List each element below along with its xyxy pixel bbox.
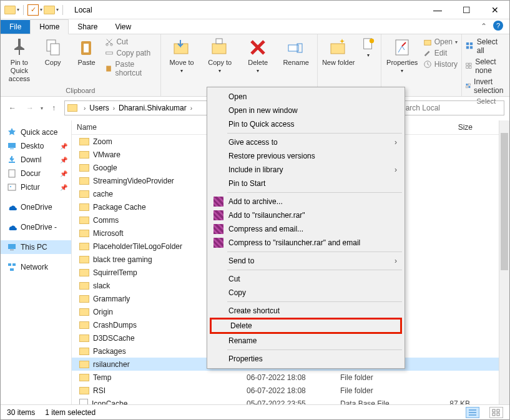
file-name: rsilauncher [93, 360, 130, 369]
minimize-button[interactable]: — [423, 1, 452, 19]
ctx-send-to[interactable]: Send to› [210, 254, 402, 268]
qat-properties-icon[interactable]: ✓ [27, 4, 39, 16]
help-icon[interactable]: ? [493, 21, 503, 31]
file-name: Microsoft [93, 229, 124, 238]
paste-button[interactable]: Paste [72, 36, 102, 67]
pin-to-quick-access-button[interactable]: Pin to Quick access [4, 36, 34, 84]
breadcrumb-item[interactable]: Dharani.Shivakumar [119, 104, 187, 112]
winrar-icon [213, 210, 223, 220]
ctx-pin-quick[interactable]: Pin to Quick access [210, 117, 402, 131]
nav-onedrive2[interactable]: OneDrive - [1, 220, 71, 234]
folder-icon [79, 269, 89, 276]
table-row[interactable]: Temp06-07-2022 18:08File folder [72, 371, 509, 384]
select-none-button[interactable]: Select none [466, 56, 506, 76]
nav-desktop[interactable]: Deskto📌 [1, 139, 71, 153]
ctx-include-library[interactable]: Include in library› [210, 163, 402, 177]
copy-to-button[interactable]: Copy to▾ [203, 36, 237, 74]
file-name: Temp [93, 373, 111, 382]
close-button[interactable]: ✕ [481, 1, 509, 19]
folder-icon [79, 190, 89, 198]
svg-rect-33 [10, 149, 14, 149]
ctx-pin-start[interactable]: Pin to Start [210, 177, 402, 190]
ctx-rename[interactable]: Rename [210, 334, 402, 348]
nav-onedrive[interactable]: OneDrive [1, 200, 71, 214]
svg-rect-37 [8, 244, 16, 249]
pin-icon: 📌 [60, 143, 67, 150]
select-all-button[interactable]: Select all [466, 36, 506, 56]
ctx-create-shortcut[interactable]: Create shortcut [210, 304, 402, 318]
scrollbar-thumb[interactable] [501, 133, 508, 270]
svg-rect-18 [424, 40, 431, 45]
ctx-add-rar[interactable]: Add to "rsilauncher.rar" [210, 208, 402, 222]
file-name: SquirrelTemp [93, 268, 137, 277]
file-name: black tree gaming [93, 255, 152, 264]
ctx-open-new-window[interactable]: Open in new window [210, 104, 402, 117]
recent-locations-button[interactable]: ▾ [41, 105, 43, 111]
back-button[interactable]: ← [6, 101, 19, 115]
svg-rect-30 [466, 86, 468, 88]
svg-rect-11 [216, 39, 222, 44]
table-row[interactable]: IconCache05-07-2022 23:55Data Base File8… [72, 397, 509, 404]
ctx-delete[interactable]: Delete [210, 318, 402, 334]
invert-selection-button[interactable]: Invert selection [466, 76, 506, 96]
tab-view[interactable]: View [106, 20, 140, 34]
move-to-button[interactable]: Move to▾ [165, 36, 199, 74]
ctx-restore-previous[interactable]: Restore previous versions [210, 149, 402, 163]
history-button[interactable]: History [423, 59, 458, 70]
maximize-button[interactable]: ☐ [452, 1, 481, 19]
cut-button[interactable]: Cut [105, 36, 128, 47]
large-icons-view-button[interactable] [489, 407, 503, 418]
rename-button[interactable]: Rename [279, 36, 313, 67]
tab-share[interactable]: Share [69, 20, 106, 34]
column-size[interactable]: Size [421, 120, 478, 134]
titlebar: ▾ ✓ ▾ ▾ Local — ☐ ✕ [1, 1, 509, 19]
nav-pictures[interactable]: Pictur📌 [1, 180, 71, 194]
details-view-button[interactable] [466, 407, 479, 418]
ctx-give-access[interactable]: Give access to› [210, 135, 402, 149]
ctx-properties[interactable]: Properties [210, 352, 402, 366]
chevron-right-icon: › [395, 165, 397, 174]
forward-button[interactable]: → [23, 101, 37, 115]
open-button[interactable]: Open ▾ [423, 36, 458, 47]
file-name: Google [93, 164, 117, 172]
vertical-scrollbar[interactable] [499, 120, 509, 404]
breadcrumb-item[interactable]: Users [89, 104, 109, 112]
copy-path-button[interactable]: Copy path [105, 47, 150, 59]
nav-documents[interactable]: Docur📌 [1, 167, 71, 180]
paste-shortcut-button[interactable]: Paste shortcut [105, 59, 156, 79]
table-row[interactable]: RSI06-07-2022 18:08File folder [72, 384, 509, 397]
nav-quick-access[interactable]: Quick acce [1, 125, 71, 139]
properties-button[interactable]: Properties▾ [385, 36, 419, 74]
minimize-ribbon-icon[interactable]: ⌃ [481, 22, 487, 31]
tab-home[interactable]: Home [30, 19, 69, 34]
nav-downloads[interactable]: Downl📌 [1, 153, 71, 167]
ctx-open[interactable]: Open [210, 90, 402, 104]
copy-button[interactable]: Copy [38, 36, 68, 67]
svg-rect-34 [9, 170, 15, 177]
new-item-button[interactable]: ▾ [360, 36, 377, 59]
search-input[interactable]: earch Local [398, 100, 504, 115]
nav-this-pc[interactable]: This PC [1, 240, 71, 254]
tab-file[interactable]: File [1, 20, 30, 34]
edit-button[interactable]: Edit [423, 47, 448, 59]
qat-newfolder-icon[interactable] [44, 6, 55, 14]
ctx-compress-rar-email[interactable]: Compress to "rsilauncher.rar" and email [210, 236, 402, 250]
svg-rect-21 [470, 42, 473, 45]
up-button[interactable]: ↑ [47, 101, 61, 115]
file-name: Zoom [93, 137, 112, 146]
chevron-right-icon: › [395, 138, 397, 147]
ctx-compress-email[interactable]: Compress and email... [210, 222, 402, 236]
ctx-copy[interactable]: Copy [210, 286, 402, 300]
folder-icon [79, 164, 89, 172]
file-name: cache [93, 190, 113, 198]
delete-button[interactable]: Delete▾ [241, 36, 275, 74]
file-name: Comms [93, 216, 119, 225]
nav-network[interactable]: Network [1, 260, 71, 274]
svg-rect-25 [469, 63, 471, 65]
ctx-add-archive[interactable]: Add to archive... [210, 195, 402, 208]
new-folder-button[interactable]: New folder [321, 36, 356, 67]
svg-rect-0 [19, 50, 20, 55]
svg-rect-45 [497, 413, 499, 416]
ctx-cut[interactable]: Cut [210, 272, 402, 286]
ribbon-tabs: File Home Share View ⌃ ? [1, 19, 509, 34]
